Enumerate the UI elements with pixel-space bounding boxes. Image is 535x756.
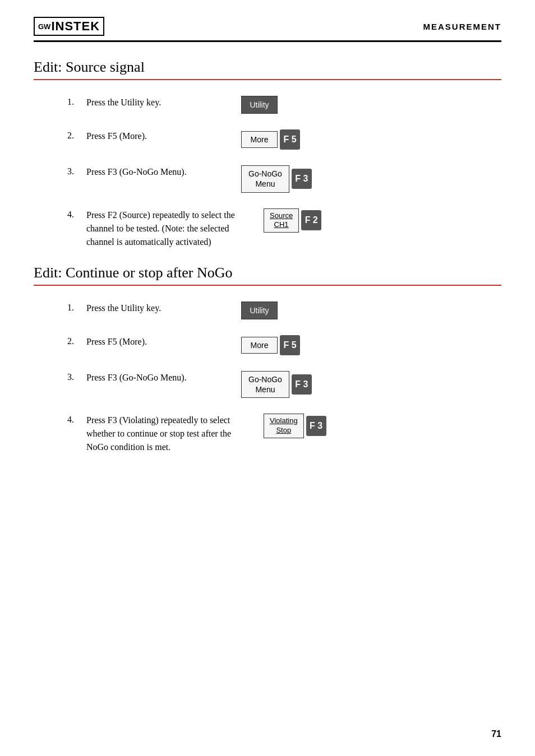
violating-stop-key-btn: Violating Stop (264, 414, 304, 438)
logo-instek: INSTEK (51, 19, 100, 34)
step: 1. Press the Utility key. Utility (67, 302, 501, 319)
step-text-col: 1. Press the Utility key. (67, 302, 224, 315)
utility-key-btn-2: Utility (241, 302, 278, 319)
step-right: Go-NoGo Menu F 3 (241, 165, 312, 192)
step-right: More F 5 (241, 129, 300, 150)
more-key-btn: More (241, 131, 278, 148)
step-right: Source CH1 F 2 (264, 208, 321, 233)
source-ch1-key-btn: Source CH1 (264, 208, 299, 233)
step-text-col: 2. Press F5 (More). (67, 129, 224, 143)
step-text-col: 3. Press F3 (Go-NoGo Menu). (67, 165, 224, 179)
step-right: Utility (241, 302, 278, 319)
gonogo-menu-key-btn: Go-NoGo Menu (241, 165, 289, 192)
step: 3. Press F3 (Go-NoGo Menu). Go-NoGo Menu… (67, 165, 501, 192)
step-text: Press F5 (More). (86, 129, 147, 143)
page: GWINSTEK MEASUREMENT Edit: Source signal… (0, 0, 535, 756)
section1-steps: 1. Press the Utility key. Utility 2. Pre… (67, 96, 501, 249)
step: 4. Press F2 (Source) repeatedly to selec… (67, 208, 501, 249)
step-text: Press F5 (More). (86, 335, 147, 349)
step-right: More F 5 (241, 335, 300, 355)
step-number: 2. (67, 336, 83, 349)
section2-steps: 1. Press the Utility key. Utility 2. Pre… (67, 302, 501, 454)
step: 2. Press F5 (More). More F 5 (67, 129, 501, 150)
page-number: 71 (491, 729, 501, 739)
section1-divider (34, 79, 501, 80)
step-text: Press the Utility key. (86, 302, 161, 315)
section2-divider (34, 285, 501, 286)
logo: GWINSTEK (34, 17, 104, 36)
step: 1. Press the Utility key. Utility (67, 96, 501, 114)
f3-badge-2: F 3 (292, 374, 312, 395)
step: 3. Press F3 (Go-NoGo Menu). Go-NoGo Menu… (67, 371, 501, 398)
step-number: 1. (67, 97, 83, 109)
step-right: Violating Stop F 3 (264, 414, 326, 438)
step-text: Press F3 (Go-NoGo Menu). (86, 371, 187, 384)
utility-key-btn: Utility (241, 96, 278, 114)
f2-badge: F 2 (301, 210, 321, 230)
step: 2. Press F5 (More). More F 5 (67, 335, 501, 355)
page-header: GWINSTEK MEASUREMENT (34, 17, 501, 42)
step-number: 3. (67, 166, 83, 179)
step-text: Press F3 (Go-NoGo Menu). (86, 165, 187, 179)
step-number: 2. (67, 131, 83, 143)
step-text: Press F2 (Source) repeatedly to select t… (86, 208, 247, 249)
step-number: 1. (67, 303, 83, 315)
step-text-col: 4. Press F3 (Violating) repeatedly to se… (67, 414, 247, 454)
step-number: 4. (67, 210, 83, 249)
step-text-col: 1. Press the Utility key. (67, 96, 224, 109)
gonogo-menu-key-btn-2: Go-NoGo Menu (241, 371, 289, 398)
step-text-col: 2. Press F5 (More). (67, 335, 224, 349)
header-section-label: MEASUREMENT (423, 22, 501, 31)
f3-badge-3: F 3 (306, 416, 326, 436)
section2-title: Edit: Continue or stop after NoGo (34, 265, 501, 281)
step-right: Go-NoGo Menu F 3 (241, 371, 312, 398)
f5-badge: F 5 (280, 129, 300, 150)
logo-box: GWINSTEK (34, 17, 104, 36)
logo-gw: GW (38, 22, 50, 31)
step-text: Press the Utility key. (86, 96, 161, 109)
step-number: 4. (67, 415, 83, 454)
step-text-col: 4. Press F2 (Source) repeatedly to selec… (67, 208, 247, 249)
step-text-col: 3. Press F3 (Go-NoGo Menu). (67, 371, 224, 384)
f3-badge: F 3 (292, 169, 312, 189)
more-key-btn-2: More (241, 337, 278, 354)
f5-badge-2: F 5 (280, 335, 300, 355)
step: 4. Press F3 (Violating) repeatedly to se… (67, 414, 501, 454)
step-text: Press F3 (Violating) repeatedly to selec… (86, 414, 247, 454)
step-right: Utility (241, 96, 278, 114)
section-continue-stop: Edit: Continue or stop after NoGo 1. Pre… (34, 265, 501, 454)
section-source-signal: Edit: Source signal 1. Press the Utility… (34, 59, 501, 249)
step-number: 3. (67, 372, 83, 384)
section1-title: Edit: Source signal (34, 59, 501, 76)
